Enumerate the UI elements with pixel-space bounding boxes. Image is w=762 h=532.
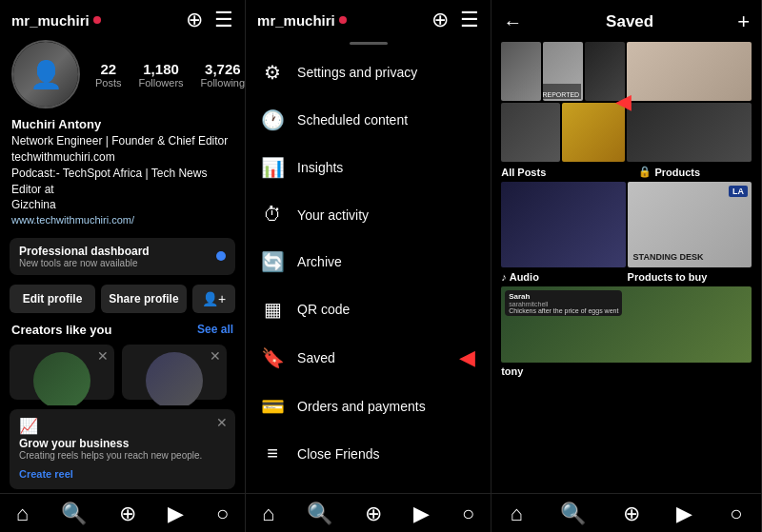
creator-card-2: ✕ Hacking/ Recov... 2,918 followers Foll… (122, 345, 227, 400)
mosaic-bottom-row (501, 103, 625, 162)
posts-stat: 22 Posts (95, 61, 122, 89)
saved-title: Saved (606, 12, 653, 31)
nav-add-icon[interactable]: ⊕ (119, 502, 136, 526)
menu-label-settings: Settings and privacy (297, 65, 475, 80)
header-icons: ⊕ ☰ (186, 10, 233, 30)
saved-grid: IS UNREPORTED ◀ All Posts (491, 42, 761, 493)
thumb-ap2: IS UNREPORTED (543, 42, 583, 101)
saved-red-arrow: ◀ (459, 345, 475, 370)
avatar-img: 👤 (13, 42, 78, 107)
menu-label-activity: Your activity (297, 207, 475, 223)
menu-item-qr[interactable]: ▦ QR code (246, 286, 491, 333)
audio-label-text: Audio (510, 271, 539, 283)
tony-user-name: Sarah (509, 292, 618, 301)
online-dot (93, 16, 101, 24)
profile-header: mr_muchiri ⊕ ☰ (0, 0, 245, 36)
creator-avatar-2 (146, 352, 203, 405)
grow-close-button[interactable]: ✕ (216, 415, 228, 430)
menu-label-insights: Insights (297, 160, 475, 175)
nav-search-icon[interactable]: 🔍 (61, 502, 87, 526)
creator-close-2[interactable]: ✕ (210, 348, 221, 364)
nav2-home-icon[interactable]: ⌂ (262, 502, 274, 526)
following-stat[interactable]: 3,726 Following (201, 61, 245, 89)
avatar: 👤 (11, 40, 80, 108)
products-label-text: Products (654, 167, 700, 178)
menu-label-scheduled: Scheduled content (297, 112, 475, 128)
menu-item-saved[interactable]: 🔖 Saved ◀ (246, 333, 491, 383)
menu-add-button[interactable]: ⊕ (431, 10, 449, 30)
back-button[interactable]: ← (503, 11, 522, 33)
products-mosaic (627, 42, 752, 162)
section-labels-2: ♪ Audio Products to buy (495, 269, 757, 285)
bio-line4: Gizchina (11, 197, 233, 213)
pro-dashboard-banner[interactable]: Professional dashboard New tools are now… (10, 238, 235, 275)
all-posts-label-text: All Posts (501, 167, 546, 178)
nav3-reels-icon[interactable]: ▶ (676, 502, 692, 526)
menu-list: ⚙ Settings and privacy 🕐 Scheduled conte… (246, 49, 491, 493)
bottom-nav-2: ⌂ 🔍 ⊕ ▶ ○ (246, 493, 491, 532)
music-note-icon: ♪ (501, 271, 507, 283)
products-label: 🔒 Products (638, 166, 752, 178)
menu-item-insights[interactable]: 📊 Insights (246, 144, 491, 191)
menu-item-orders[interactable]: 💳 Orders and payments (246, 383, 491, 430)
saved-panel: ← Saved + IS UNREPORTED (491, 0, 762, 532)
blue-indicator-dot (216, 251, 226, 261)
pro-subtitle: New tools are now available (19, 258, 150, 268)
nav3-profile-icon[interactable]: ○ (730, 502, 742, 526)
menu-item-activity[interactable]: ⏱ Your activity (246, 191, 491, 238)
edit-profile-button[interactable]: Edit profile (10, 285, 95, 313)
posts-label: Posts (95, 77, 122, 89)
menu-item-scheduled[interactable]: 🕐 Scheduled content (246, 96, 491, 144)
products-buy-label: Products to buy (628, 271, 752, 283)
menu-item-favorites[interactable]: ☆ Favorites (246, 477, 491, 493)
pro-dashboard-text: Professional dashboard New tools are now… (19, 245, 150, 268)
grow-banner: ✕ 📈 Grow your business Creating reels he… (10, 409, 235, 489)
creator-card-1: ✕ gitmekal 4,777 followers Follow (10, 345, 114, 400)
tony-text: Chickens after the price of eggs went (509, 307, 618, 314)
create-reel-link[interactable]: Create reel (19, 468, 73, 480)
menu-header: mr_muchiri ⊕ ☰ (246, 0, 491, 36)
nav3-add-icon[interactable]: ⊕ (623, 502, 640, 526)
menu-item-archive[interactable]: 🔄 Archive (246, 238, 491, 286)
grow-subtitle: Creating reels helps you reach new peopl… (19, 450, 226, 461)
archive-icon: 🔄 (261, 250, 284, 273)
nav-profile-icon[interactable]: ○ (216, 502, 229, 526)
nav3-home-icon[interactable]: ⌂ (511, 502, 523, 526)
nav2-profile-icon[interactable]: ○ (462, 502, 474, 526)
menu-username-area: mr_muchiri (257, 12, 347, 29)
add-post-button[interactable]: ⊕ (186, 10, 203, 30)
menu-item-close-friends[interactable]: ≡ Close Friends (246, 430, 491, 477)
followers-stat[interactable]: 1,180 Followers (139, 61, 184, 89)
nav-reels-icon[interactable]: ▶ (168, 502, 184, 526)
nav2-reels-icon[interactable]: ▶ (413, 502, 430, 526)
discover-people-button[interactable]: 👤+ (192, 285, 235, 313)
settings-icon: ⚙ (261, 61, 284, 84)
saved-add-button[interactable]: + (737, 10, 750, 34)
creators-title: Creators like you (11, 323, 112, 337)
menu-hamburger-button[interactable]: ☰ (460, 10, 479, 30)
grow-title: Grow your business (19, 437, 226, 450)
all-posts-mosaic: IS UNREPORTED (501, 42, 625, 162)
tony-user-info: Sarah sarahmitchell Chickens after the p… (505, 290, 622, 316)
followers-count: 1,180 (139, 61, 184, 77)
thumb-tony: Sarah sarahmitchell Chickens after the p… (501, 286, 752, 363)
thumb-ap4 (501, 103, 560, 162)
bottom-nav-1: ⌂ 🔍 ⊕ ▶ ○ (0, 493, 245, 532)
activity-icon: ⏱ (261, 204, 284, 226)
menu-button[interactable]: ☰ (214, 10, 233, 30)
nav3-search-icon[interactable]: 🔍 (560, 502, 586, 526)
menu-item-settings[interactable]: ⚙ Settings and privacy (246, 49, 491, 96)
creator-close-1[interactable]: ✕ (97, 348, 109, 364)
see-all-button[interactable]: See all (197, 323, 233, 336)
bio-link[interactable]: www.techwithmuchiri.com/ (11, 213, 233, 227)
nav-home-icon[interactable]: ⌂ (16, 502, 29, 526)
menu-label-archive: Archive (297, 254, 475, 269)
share-profile-button[interactable]: Share profile (101, 285, 187, 313)
top-section: IS UNREPORTED ◀ (495, 42, 757, 162)
nav2-add-icon[interactable]: ⊕ (365, 502, 382, 526)
bio-line3: Podcast:- TechSpot Africa | Tech News Ed… (11, 166, 233, 198)
audio-section (501, 182, 625, 267)
menu-username: mr_muchiri (257, 12, 335, 29)
nav2-search-icon[interactable]: 🔍 (307, 502, 332, 526)
menu-label-saved: Saved (297, 350, 442, 365)
